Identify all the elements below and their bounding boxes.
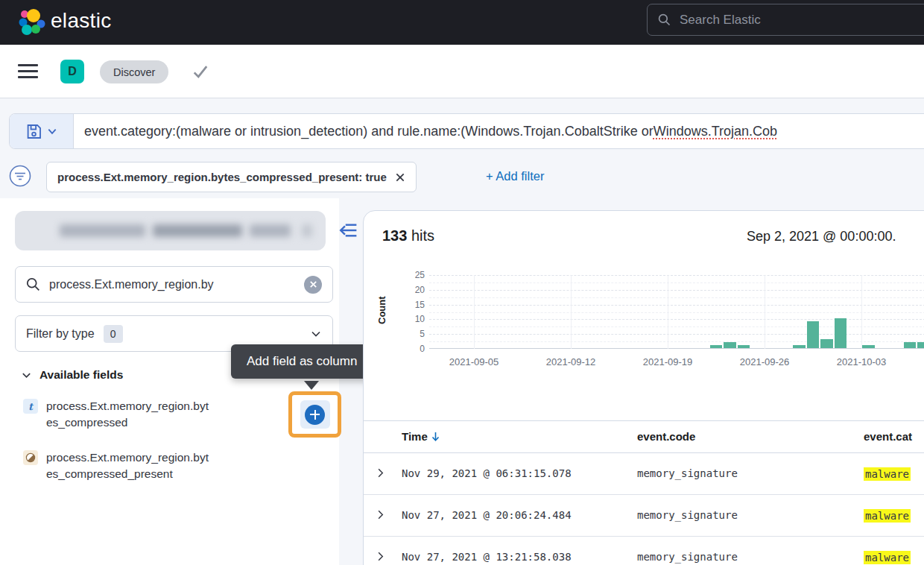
chevron-down-icon: [47, 126, 57, 136]
field-name[interactable]: process.Ext.memory_region.bytes_compress…: [46, 398, 209, 432]
global-search[interactable]: [647, 4, 924, 36]
gridline: [429, 282, 924, 283]
y-axis-tick: 0: [390, 344, 425, 354]
filter-by-type-label: Filter by type: [26, 327, 95, 341]
y-axis-tick: 15: [390, 300, 425, 310]
expand-row-icon[interactable]: [375, 509, 386, 520]
cell-time[interactable]: Nov 29, 2021 @ 06:31:15.078: [402, 467, 572, 479]
brand-wordmark: elastic: [51, 9, 111, 33]
x-axis-tick: 2021-10-03: [828, 356, 895, 367]
annotation-highlight-box: [288, 391, 341, 438]
type-filter-count-badge: 0: [104, 325, 123, 343]
elastic-logo: [18, 8, 46, 37]
gridline: [429, 297, 924, 298]
discover-results-panel: 133 hits Sep 2, 2021 @ 00:00:00. Count 0…: [363, 210, 924, 565]
data-view-selector-redacted[interactable]: [15, 211, 326, 250]
boolean-field-type-icon: [23, 450, 38, 465]
gridline: [474, 275, 475, 349]
field-search-box[interactable]: [15, 266, 333, 303]
histogram-bar[interactable]: [724, 342, 736, 348]
search-icon: [658, 13, 671, 26]
filter-pill-label: process.Ext.memory_region.bytes_compress…: [57, 171, 387, 183]
save-floppy-icon: [26, 124, 42, 139]
filter-pill[interactable]: process.Ext.memory_region.bytes_compress…: [46, 162, 417, 192]
cell-event-code[interactable]: memory_signature: [637, 509, 738, 521]
sort-descending-icon[interactable]: [431, 432, 440, 442]
cell-event-code[interactable]: memory_signature: [637, 551, 738, 563]
search-icon: [26, 277, 40, 291]
save-query-button[interactable]: [10, 114, 74, 148]
histogram-bar[interactable]: [917, 342, 924, 348]
top-header-bar: elastic: [0, 0, 924, 45]
available-fields-label: Available fields: [39, 368, 123, 382]
hits-count: 133 hits: [382, 227, 434, 244]
clear-search-icon[interactable]: [304, 276, 322, 294]
breadcrumb-discover[interactable]: Discover: [100, 60, 168, 83]
x-axis-tick: 2021-09-12: [537, 356, 604, 367]
add-filter-button[interactable]: + Add filter: [486, 169, 544, 183]
hamburger-menu-icon[interactable]: [18, 64, 38, 81]
column-header-time[interactable]: Time: [402, 430, 440, 443]
histogram-bar[interactable]: [835, 318, 847, 348]
x-axis-tick: 2021-09-05: [440, 356, 507, 367]
cell-event-category[interactable]: malware: [864, 467, 911, 481]
histogram-bar[interactable]: [820, 339, 833, 348]
space-badge[interactable]: D: [60, 60, 84, 83]
query-text: event.category:(malware or intrusion_det…: [84, 124, 654, 139]
gridline: [429, 326, 924, 327]
cell-event-category[interactable]: malware: [864, 551, 911, 564]
expand-row-icon[interactable]: [375, 551, 386, 562]
chevron-down-icon: [21, 370, 32, 381]
cell-time[interactable]: Nov 27, 2021 @ 20:06:24.484: [402, 509, 572, 521]
text-field-type-icon: t: [23, 399, 38, 414]
gridline: [429, 290, 924, 291]
histogram-bar[interactable]: [710, 345, 723, 348]
x-axis-tick: 2021-09-26: [731, 356, 798, 367]
histogram-chart[interactable]: [429, 275, 924, 349]
gridline: [668, 275, 668, 349]
histogram-bar[interactable]: [904, 342, 917, 348]
gridline: [861, 275, 862, 349]
gridline: [765, 275, 765, 349]
filter-app-icon[interactable]: [8, 164, 32, 188]
cell-event-code[interactable]: memory_signature: [637, 467, 738, 479]
histogram-bar[interactable]: [807, 321, 820, 348]
histogram-bar[interactable]: [738, 345, 750, 348]
gridline: [571, 275, 572, 349]
y-axis-tick: 20: [390, 285, 425, 295]
y-axis-title: Count: [376, 296, 387, 324]
y-axis-tick: 25: [390, 270, 425, 280]
collapse-sidebar-icon[interactable]: [338, 221, 358, 240]
table-row: Nov 27, 2021 @ 13:21:58.038memory_signat…: [364, 537, 924, 565]
gridline: [429, 275, 924, 276]
x-axis-tick: 2021-09-19: [634, 356, 701, 367]
histogram-bar[interactable]: [862, 345, 875, 348]
field-search-input[interactable]: [49, 278, 295, 291]
fields-sidebar: Filter by type 0 Available fields tproce…: [0, 198, 339, 565]
cell-time[interactable]: Nov 27, 2021 @ 13:21:58.038: [402, 551, 572, 563]
remove-filter-icon[interactable]: [395, 172, 405, 183]
y-axis-tick: 5: [390, 329, 425, 339]
gridline: [429, 334, 924, 335]
histogram-bar[interactable]: [793, 345, 806, 348]
global-search-input[interactable]: [680, 13, 888, 28]
cell-event-category[interactable]: malware: [864, 509, 911, 523]
table-row: Nov 29, 2021 @ 06:31:15.078memory_signat…: [364, 453, 924, 495]
gridline: [429, 341, 924, 342]
y-axis-tick: 10: [390, 314, 425, 324]
table-row: Nov 27, 2021 @ 20:06:24.484memory_signat…: [364, 495, 924, 537]
gridline: [429, 319, 924, 320]
column-header-event-category[interactable]: event.cat: [864, 430, 912, 443]
gridline: [429, 312, 924, 313]
available-fields-header[interactable]: Available fields: [21, 368, 123, 382]
field-item[interactable]: process.Ext.memory_region.bytes_compress…: [23, 449, 247, 483]
expand-row-icon[interactable]: [375, 467, 386, 479]
field-name[interactable]: process.Ext.memory_region.bytes_compress…: [46, 449, 209, 483]
plus-icon: [305, 405, 325, 425]
time-range-label[interactable]: Sep 2, 2021 @ 00:00:00.: [747, 229, 896, 244]
add-field-as-column-button[interactable]: [300, 400, 330, 429]
query-bar[interactable]: event.category:(malware or intrusion_det…: [9, 113, 924, 149]
column-header-event-code[interactable]: event.code: [637, 430, 695, 443]
query-input[interactable]: event.category:(malware or intrusion_det…: [74, 114, 924, 148]
field-item[interactable]: tprocess.Ext.memory_region.bytes_compres…: [23, 398, 247, 432]
